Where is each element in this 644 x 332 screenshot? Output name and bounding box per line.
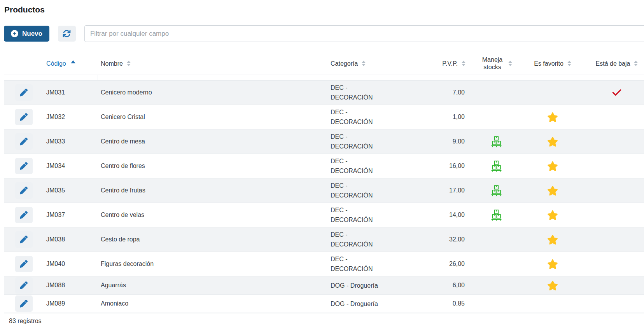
codigo-cell: JM032 — [43, 105, 98, 129]
maneja-stocks-cell — [467, 227, 525, 252]
sort-icon — [362, 61, 366, 66]
header-esta-de-baja-label: Está de baja — [596, 60, 630, 67]
codigo-cell: JM089 — [43, 295, 98, 313]
header-categoria[interactable]: Categoría — [326, 52, 424, 75]
esta-de-baja-cell — [580, 178, 644, 203]
categoria-cell: DOG - Droguería — [326, 295, 424, 313]
categoria-cell: DEC - DECORACIÓN — [326, 105, 424, 129]
es-favorito-cell — [525, 154, 580, 178]
es-favorito-cell — [525, 227, 580, 252]
sort-icon — [567, 61, 571, 66]
new-product-button[interactable]: Nuevo — [4, 26, 49, 42]
edit-row-button[interactable] — [15, 256, 33, 272]
maneja-stocks-cell — [467, 252, 525, 276]
header-codigo-label: Código — [46, 60, 66, 67]
sort-icon — [508, 61, 512, 66]
refresh-button[interactable] — [58, 26, 76, 42]
maneja-stocks-cell — [467, 276, 525, 295]
stocks-icon — [490, 160, 502, 172]
edit-cell — [4, 227, 43, 252]
sort-icon — [462, 61, 466, 66]
edit-row-button[interactable] — [15, 182, 33, 199]
product-row-JM040: JM040Figuras decoraciónDEC - DECORACIÓN2… — [4, 252, 644, 276]
codigo-cell: JM031 — [43, 80, 98, 105]
product-row-JM034: JM034Centro de floresDEC - DECORACIÓN16,… — [4, 154, 644, 178]
product-row-JM088: JM088AguarrásDOG - Droguería6,00 — [4, 276, 644, 295]
edit-row-button[interactable] — [15, 231, 33, 248]
product-row-JM031: JM031Cenicero modernoDEC - DECORACIÓN7,0… — [4, 80, 644, 105]
esta-de-baja-cell — [580, 154, 644, 178]
pvp-cell: 32,00 — [424, 227, 467, 252]
inactive-check-icon — [611, 87, 622, 98]
edit-row-button[interactable] — [15, 277, 33, 294]
products-table: Código Nombre Categoría — [4, 52, 644, 329]
edit-row-button[interactable] — [15, 109, 33, 125]
nombre-cell: Centro de frutas — [98, 178, 326, 203]
categoria-cell: DEC - DECORACIÓN — [326, 80, 424, 105]
pencil-icon — [20, 187, 28, 194]
pvp-cell: 17,00 — [424, 178, 467, 203]
esta-de-baja-cell — [580, 295, 644, 313]
esta-de-baja-cell — [580, 105, 644, 129]
es-favorito-cell — [525, 80, 580, 105]
header-nombre-label: Nombre — [101, 60, 123, 67]
header-esta-de-baja[interactable]: Está de baja — [580, 52, 644, 75]
edit-row-button[interactable] — [15, 295, 33, 312]
es-favorito-cell — [525, 295, 580, 313]
categoria-cell: DEC - DECORACIÓN — [326, 252, 424, 276]
maneja-stocks-cell — [467, 129, 525, 154]
sort-asc-icon — [71, 60, 75, 63]
pvp-cell: 1,00 — [424, 105, 467, 129]
maneja-stocks-cell — [467, 295, 525, 313]
maneja-stocks-cell — [467, 154, 525, 178]
header-maneja-stocks[interactable]: Maneja stocks — [467, 52, 525, 75]
pvp-cell: 16,00 — [424, 154, 467, 178]
nombre-cell: Aguarrás — [98, 276, 326, 295]
header-nombre[interactable]: Nombre — [98, 52, 326, 75]
edit-row-button[interactable] — [15, 133, 33, 150]
page-title: Productos — [4, 5, 644, 14]
edit-cell — [4, 295, 43, 313]
categoria-cell: DOG - Droguería — [326, 276, 424, 295]
pencil-icon — [20, 281, 28, 289]
products-table-body: JM031Cenicero modernoDEC - DECORACIÓN7,0… — [4, 75, 644, 313]
stocks-icon — [490, 185, 502, 196]
header-pvp[interactable]: P.V.P. — [424, 52, 467, 75]
product-row-JM089: JM089AmoniacoDOG - Droguería0,85 — [4, 295, 644, 313]
sort-icon — [127, 61, 131, 66]
nombre-cell: Cenicero Cristal — [98, 105, 326, 129]
es-favorito-cell — [525, 178, 580, 203]
edit-row-button[interactable] — [15, 84, 33, 101]
esta-de-baja-cell — [580, 80, 644, 105]
edit-cell — [4, 154, 43, 178]
pencil-icon — [20, 300, 28, 308]
edit-cell — [4, 252, 43, 276]
pencil-icon — [20, 162, 28, 170]
edit-cell — [4, 276, 43, 295]
spacer-row — [4, 75, 644, 80]
nombre-cell: Centro de mesa — [98, 129, 326, 154]
header-codigo[interactable]: Código — [43, 52, 98, 75]
favorite-star-icon — [547, 235, 558, 245]
maneja-stocks-cell — [467, 105, 525, 129]
favorite-star-icon — [547, 137, 558, 147]
codigo-cell: JM040 — [43, 252, 98, 276]
toolbar: Nuevo — [4, 25, 644, 42]
filter-input[interactable] — [84, 25, 644, 42]
stocks-icon — [490, 209, 502, 221]
nombre-cell: Figuras decoración — [98, 252, 326, 276]
esta-de-baja-cell — [580, 276, 644, 295]
edit-row-button[interactable] — [15, 207, 33, 223]
pvp-cell: 0,85 — [424, 295, 467, 313]
edit-cell — [4, 80, 43, 105]
sort-icon — [634, 61, 638, 66]
edit-cell — [4, 178, 43, 203]
es-favorito-cell — [525, 129, 580, 154]
esta-de-baja-cell — [580, 227, 644, 252]
pvp-cell: 7,00 — [424, 80, 467, 105]
edit-cell — [4, 105, 43, 129]
edit-row-button[interactable] — [15, 158, 33, 174]
header-es-favorito[interactable]: Es favorito — [525, 52, 580, 75]
codigo-cell: JM038 — [43, 227, 98, 252]
nombre-cell: Cesto de ropa — [98, 227, 326, 252]
